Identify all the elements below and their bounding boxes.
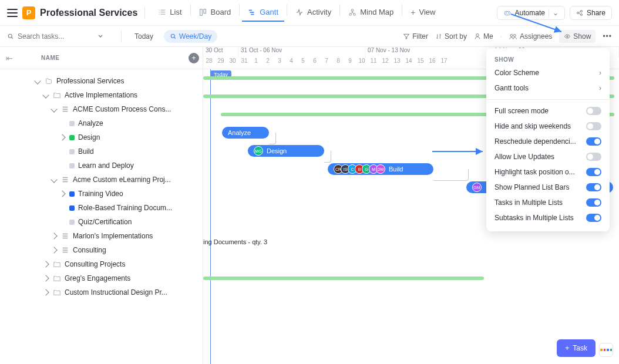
dd-toggle-item[interactable]: Full screen mode	[486, 103, 610, 119]
tree-item-label: Marlon's Implementations	[73, 232, 153, 240]
show-button[interactable]: Show	[559, 30, 596, 43]
today-button[interactable]: Today	[130, 30, 158, 43]
tab-list[interactable]: List	[152, 4, 187, 22]
tree-item[interactable]: Acme Custom eLearning Proj...	[0, 173, 203, 187]
day-cell: 17	[438, 58, 450, 68]
me-filter[interactable]: Me	[474, 32, 493, 41]
space-badge[interactable]: P	[22, 6, 35, 19]
new-task-button[interactable]: + Task	[557, 339, 596, 357]
assignees-button[interactable]: Assignees	[509, 32, 552, 41]
tree-item[interactable]: Custom Instructional Design Pr...	[0, 285, 203, 299]
tree-item[interactable]: Training Video	[0, 187, 203, 201]
tree-item[interactable]: Role-Based Training Docum...	[0, 201, 203, 215]
chevron-down-icon[interactable]	[97, 33, 103, 39]
filter-label: Filter	[412, 32, 428, 41]
caret-right-icon	[42, 289, 49, 295]
apps-button[interactable]	[599, 343, 613, 357]
dd-color-scheme[interactable]: Color Scheme ›	[486, 65, 610, 80]
search-input[interactable]	[18, 32, 94, 41]
dd-toggle-item[interactable]: Highlight task position o...	[486, 164, 610, 180]
column-name: NAME	[41, 55, 59, 61]
tab-activity[interactable]: Activity	[290, 4, 337, 22]
status-icon	[69, 205, 75, 211]
sort-button[interactable]: Sort by	[435, 32, 467, 41]
task-bar-build[interactable]: CR IS C B G M DM Build	[328, 163, 433, 175]
status-icon	[69, 149, 75, 154]
sort-label: Sort by	[445, 32, 467, 41]
tree-item[interactable]: Analyze	[0, 116, 203, 130]
tree-item[interactable]: Greg's Engagements	[0, 271, 203, 285]
me-label: Me	[483, 32, 493, 41]
task-tree: Professional ServicesActive Implementati…	[0, 69, 203, 364]
more-icon[interactable]: •••	[603, 32, 612, 41]
tree-item-label: Active Implementations	[65, 91, 137, 99]
show-dropdown: SHOW Color Scheme › Gantt tools › Full s…	[486, 48, 610, 231]
dd-toggle-item[interactable]: Hide and skip weekends	[486, 119, 610, 134]
tree-item[interactable]: Consulting	[0, 243, 203, 257]
day-cell: 11	[368, 58, 379, 68]
dd-gantt-tools[interactable]: Gantt tools ›	[486, 80, 610, 96]
tree-item[interactable]: Professional Services	[0, 74, 203, 88]
tree-item[interactable]: Learn and Deploy	[0, 159, 203, 173]
dropdown-title: SHOW	[486, 54, 610, 65]
filter-button[interactable]: Filter	[403, 32, 428, 41]
activity-icon	[295, 8, 304, 16]
folder-icon	[53, 260, 61, 268]
chevron-right-icon: ›	[599, 84, 601, 92]
toggle[interactable]	[586, 214, 601, 222]
tree-item[interactable]: Build	[0, 144, 203, 159]
task-bar-design[interactable]: MG Design	[248, 145, 324, 157]
toolbar: Today Week/Day Filter Sort by Me · Assig…	[0, 26, 619, 47]
svg-point-13	[580, 14, 582, 15]
folder-icon	[53, 288, 61, 296]
list-icon	[61, 176, 69, 184]
tab-board[interactable]: Board	[193, 4, 237, 22]
status-icon	[69, 163, 75, 168]
tab-mindmap[interactable]: Mind Map	[342, 4, 399, 22]
add-item-button[interactable]: +	[189, 53, 199, 63]
toggle[interactable]	[586, 168, 601, 176]
zoom-level[interactable]: Week/Day	[164, 30, 217, 43]
toggle[interactable]	[586, 137, 601, 146]
caret-down-icon	[51, 176, 57, 183]
task-bar-analyze[interactable]: Analyze	[222, 127, 269, 139]
day-cell: 15	[415, 58, 426, 68]
day-cell: 10	[356, 58, 368, 68]
tree-item[interactable]: Quiz/Certification	[0, 215, 203, 229]
task-label: Analyze	[228, 129, 251, 136]
toggle[interactable]	[586, 122, 601, 130]
dd-toggle-item[interactable]: Show Planned List Bars	[486, 180, 610, 195]
tab-gantt[interactable]: Gantt	[242, 4, 284, 22]
day-cell: 16	[426, 58, 438, 68]
caret-right-icon	[51, 247, 57, 253]
dd-toggle-item[interactable]: Reschedule dependenci...	[486, 134, 610, 149]
tab-add-view[interactable]: + View	[405, 4, 441, 22]
svg-rect-4	[251, 14, 254, 15]
tree-item[interactable]: ACME Custom Process Cons...	[0, 102, 203, 116]
share-button[interactable]: Share	[570, 6, 612, 20]
tree-item-label: Quiz/Certification	[78, 218, 132, 226]
toggle[interactable]	[586, 198, 601, 207]
tree-item[interactable]: Active Implementations	[0, 88, 203, 102]
toggle[interactable]	[586, 107, 601, 115]
list-bar[interactable]	[203, 277, 484, 280]
menu-icon[interactable]	[7, 9, 18, 17]
tree-item[interactable]: Design	[0, 130, 203, 144]
dd-toggle-item[interactable]: Subtasks in Multiple Lists	[486, 210, 610, 225]
automate-button[interactable]: Automate ⌄	[497, 6, 565, 20]
collapse-icon[interactable]: ⇤	[6, 53, 13, 63]
tree-item[interactable]: Marlon's Implementations	[0, 229, 203, 243]
search-box[interactable]	[7, 32, 113, 41]
gantt-row-role-docs: ing Documents - qty. 3	[203, 233, 619, 251]
svg-rect-0	[200, 9, 202, 15]
day-cell: 29	[215, 58, 227, 68]
day-cell: 5	[297, 58, 309, 68]
task-text-role-docs[interactable]: ing Documents - qty. 3	[203, 238, 267, 245]
toggle[interactable]	[586, 153, 601, 161]
week-cell: 31 Oct - 06 Nov	[238, 47, 365, 58]
dd-toggle-item[interactable]: Allow Live Updates	[486, 149, 610, 164]
tree-item[interactable]: Consulting Projects	[0, 257, 203, 271]
dd-toggle-item[interactable]: Tasks in Multiple Lists	[486, 195, 610, 210]
toggle[interactable]	[586, 183, 601, 191]
svg-point-18	[513, 34, 516, 36]
